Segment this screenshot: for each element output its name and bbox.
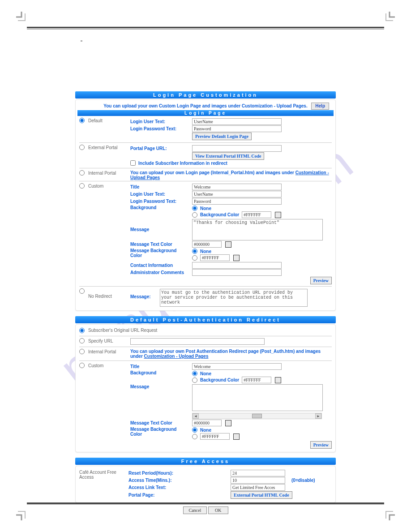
- scroll-thumb[interactable]: [252, 414, 262, 418]
- divider: [79, 347, 332, 347]
- radio-redirect-custom[interactable]: [79, 363, 85, 368]
- portal-url-label: Portal Page URL:: [130, 146, 189, 151]
- ok-button[interactable]: OK: [208, 506, 228, 514]
- radio-internal[interactable]: [79, 170, 85, 176]
- include-subscriber-checkbox[interactable]: [130, 160, 136, 166]
- option-default-row: Default Login User Text: Login Password …: [79, 118, 332, 141]
- rmsgbg-color-input[interactable]: [200, 433, 230, 440]
- redirect-internal-label: Internal Portal: [88, 349, 128, 354]
- view-external-portal-button[interactable]: View External Portal HTML Code: [192, 152, 264, 160]
- radio-specify-url[interactable]: [79, 338, 85, 343]
- radio-rbg-none[interactable]: [192, 371, 197, 376]
- scroll-right-icon[interactable]: ►: [315, 413, 321, 419]
- option-noredirect-row: No Redirect Message:: [79, 288, 332, 307]
- radio-custom[interactable]: [79, 183, 85, 189]
- color-picker-icon[interactable]: [275, 377, 281, 383]
- corner-tr-icon: [381, 12, 395, 25]
- help-button[interactable]: Help: [311, 103, 329, 110]
- option-default-label: Default: [88, 118, 128, 123]
- login-user-text-input[interactable]: [192, 118, 282, 125]
- radio-rmsgbg-none[interactable]: [192, 427, 197, 433]
- scroll-left-icon[interactable]: ◄: [193, 413, 199, 419]
- radio-msgbg-color[interactable]: [192, 255, 197, 261]
- rbg-none-label: None: [200, 371, 211, 376]
- specify-url-input[interactable]: [130, 338, 265, 345]
- color-picker-icon[interactable]: [225, 241, 231, 248]
- option-custom-label: Custom: [88, 183, 128, 189]
- page-root: manualslive.com Login Page Customization…: [0, 0, 411, 532]
- radio-noredirect[interactable]: [79, 288, 85, 294]
- redirect-preview-button[interactable]: Preview: [310, 441, 332, 449]
- contact-info-label: Contact Information: [130, 263, 189, 268]
- radio-bg-none[interactable]: [192, 206, 197, 211]
- option-noredirect-label: No Redirect: [88, 288, 128, 299]
- reset-period-input[interactable]: [231, 470, 285, 476]
- divider: [79, 142, 332, 143]
- color-picker-icon[interactable]: [275, 212, 281, 218]
- custom-title-label: Title: [130, 184, 189, 189]
- color-picker-icon[interactable]: [233, 433, 240, 440]
- msg-text-color-label: Message Text Color: [130, 242, 189, 247]
- radio-original-url[interactable]: [79, 328, 85, 333]
- radio-external[interactable]: [79, 145, 85, 150]
- color-picker-icon[interactable]: [233, 255, 240, 261]
- login-page-subheader: Login Page: [77, 110, 334, 116]
- radio-bg-color[interactable]: [192, 212, 197, 218]
- radio-redirect-internal[interactable]: [79, 349, 85, 354]
- redirect-panel: Subscriber's Original URL Request Specif…: [75, 324, 336, 452]
- custom-login-user-input[interactable]: [192, 191, 282, 197]
- radio-msgbg-none[interactable]: [192, 249, 197, 254]
- radio-rbg-color[interactable]: [192, 378, 197, 383]
- internal-note-text: You can upload your own Login page (Inte…: [130, 170, 295, 175]
- external-portal-html-button[interactable]: External Portal HTML Code: [231, 491, 292, 499]
- msgbg-color-input[interactable]: [200, 254, 230, 261]
- divider: [79, 168, 332, 168]
- radio-rmsgbg-color[interactable]: [192, 434, 197, 439]
- msg-text-color-input[interactable]: [192, 241, 222, 248]
- include-subscriber-label: Include Subscriber Information in redire…: [138, 161, 227, 166]
- page-title-bar: Login Page Customization: [75, 91, 336, 99]
- redirect-custom-row: Custom Title Background None Background …: [79, 363, 332, 449]
- horizontal-scrollbar[interactable]: ◄ ►: [192, 413, 322, 419]
- custom-message-textarea[interactable]: [192, 219, 323, 240]
- access-time-input[interactable]: [231, 477, 285, 484]
- document-frame: Login Page Customization You can upload …: [27, 27, 384, 505]
- bottom-rule-2: [27, 503, 384, 504]
- custom-title-input[interactable]: [192, 184, 282, 190]
- free-access-header-bar: Free Access: [75, 458, 336, 465]
- custom-preview-button[interactable]: Preview: [310, 277, 332, 284]
- app-container: Login Page Customization You can upload …: [75, 91, 336, 514]
- rmsgbg-none-label: None: [200, 428, 211, 433]
- portal-page-label: Portal Page:: [128, 493, 188, 498]
- radio-default[interactable]: [79, 118, 85, 123]
- divider: [79, 286, 332, 287]
- redirect-message-label: Message: [130, 384, 189, 389]
- subscriber-original-url-label: Subscriber's Original URL Request: [88, 328, 157, 333]
- cancel-button[interactable]: Cancel: [183, 506, 207, 514]
- login-password-text-input[interactable]: [192, 125, 282, 132]
- login-password-text-label: Login Password Text:: [130, 126, 189, 131]
- cafe-account-label: Café Account Free Access: [79, 469, 127, 480]
- bg-none-label: None: [200, 206, 211, 211]
- rbg-color-label: Background Color: [200, 378, 239, 382]
- color-picker-icon[interactable]: [225, 420, 231, 426]
- redirect-msg-bg-color-label: Message Background Color: [130, 427, 189, 437]
- contact-info-input[interactable]: [192, 262, 282, 269]
- redirect-msg-text-color-input[interactable]: [192, 420, 222, 426]
- portal-url-input[interactable]: [192, 145, 282, 152]
- redirect-customization-link[interactable]: Customization - Upload Pages: [144, 354, 209, 359]
- custom-login-password-label: Login Password Text:: [130, 199, 189, 204]
- preview-default-login-button[interactable]: Preview Default Login Page: [192, 133, 252, 140]
- corner-br-icon: [381, 507, 395, 520]
- option-external-row: External Portal Portal Page URL: View Ex…: [79, 145, 332, 166]
- divider: [79, 181, 332, 181]
- bg-color-input[interactable]: [242, 211, 271, 218]
- rbg-color-input[interactable]: [242, 377, 271, 383]
- custom-login-password-input[interactable]: [192, 198, 282, 205]
- redirect-message-textarea[interactable]: [192, 384, 323, 411]
- noredirect-message-textarea[interactable]: [160, 289, 308, 307]
- redirect-title-input[interactable]: [192, 363, 282, 370]
- admin-comments-input[interactable]: [192, 269, 282, 276]
- scroll-track[interactable]: [199, 414, 315, 418]
- access-link-text-input[interactable]: [231, 484, 285, 491]
